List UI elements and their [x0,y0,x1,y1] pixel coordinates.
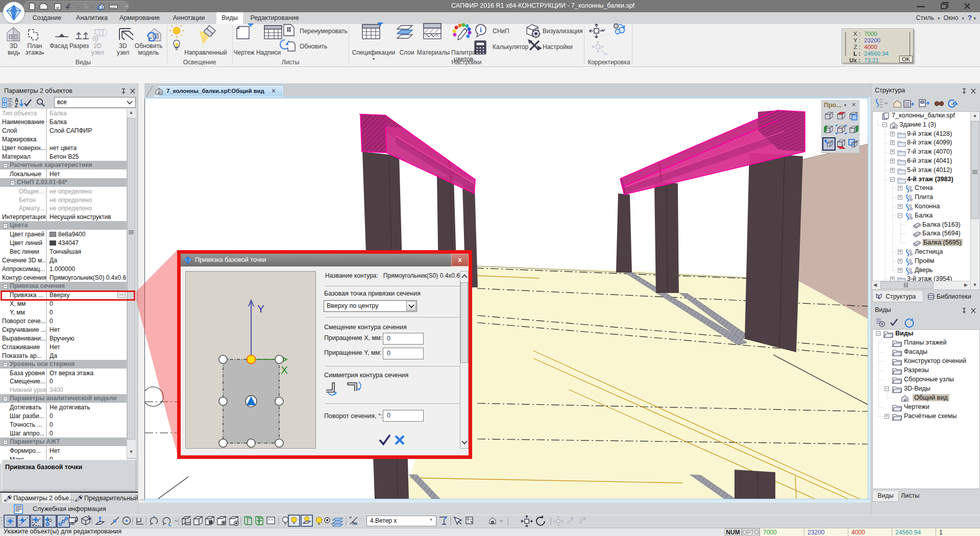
svg-text:№: № [352,521,357,526]
svg-text:Y: Y [257,303,264,314]
svg-text:X: X [281,364,288,376]
svg-text:i: i [480,26,482,34]
svg-text:Z: Z [15,103,18,108]
